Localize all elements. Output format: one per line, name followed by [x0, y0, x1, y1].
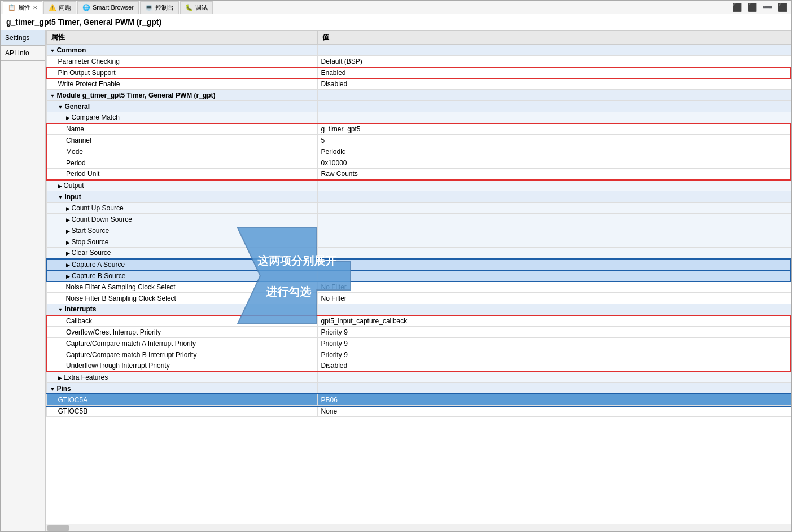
prop-label-capture-b-source: ▶Capture B Source — [46, 270, 317, 282]
sidebar-tab-settings[interactable]: Settings — [1, 30, 45, 46]
table-row-noise-filter-a[interactable]: Noise Filter A Sampling Clock SelectNo F… — [46, 282, 791, 293]
horizontal-scrollbar[interactable] — [46, 524, 791, 531]
prop-label-write-protect: Write Protect Enable — [46, 78, 317, 90]
prop-label-gtioc5b: GTIOC5B — [46, 406, 317, 417]
sidebar-tab-api-info[interactable]: API Info — [1, 46, 45, 61]
table-row-count-down-source[interactable]: ▶Count Down Source — [46, 214, 791, 225]
prop-value-input-section — [317, 191, 791, 203]
action-btn-1[interactable]: ⬛ — [730, 3, 743, 12]
prop-value-period-unit: Raw Counts — [317, 169, 791, 180]
table-row-common-section[interactable]: ▼Common — [46, 45, 791, 56]
prop-label-output-section: ▶Output — [46, 180, 317, 191]
table-row-pin-output-support[interactable]: Pin Output SupportEnabled — [46, 67, 791, 78]
prop-value-compare-match — [317, 112, 791, 124]
properties-table: 属性 值 ▼CommonParameter CheckingDefault (B… — [46, 30, 791, 417]
window-actions: ⬛ ⬛ ➖ ⬛ — [730, 3, 789, 12]
table-row-noise-filter-b[interactable]: Noise Filter B Sampling Clock SelectNo F… — [46, 293, 791, 304]
maximize-btn[interactable]: ⬛ — [776, 3, 789, 12]
tab-properties-label: 属性 — [18, 3, 30, 12]
prop-value-interrupts-section — [317, 304, 791, 315]
table-row-write-protect[interactable]: Write Protect EnableDisabled — [46, 78, 791, 90]
table-row-capture-b-interrupt[interactable]: Capture/Compare match B Interrupt Priori… — [46, 349, 791, 360]
prop-value-name: g_timer_gpt5 — [317, 124, 791, 135]
table-row-name[interactable]: Nameg_timer_gpt5 — [46, 124, 791, 135]
col-property-header: 属性 — [46, 31, 317, 45]
table-row-pins-section[interactable]: ▼Pins — [46, 383, 791, 394]
prop-value-stop-source — [317, 236, 791, 248]
table-row-param-checking[interactable]: Parameter CheckingDefault (BSP) — [46, 56, 791, 67]
prop-value-write-protect: Disabled — [317, 78, 791, 90]
page-title: g_timer_gpt5 Timer, General PWM (r_gpt) — [1, 14, 791, 30]
table-container[interactable]: 属性 值 ▼CommonParameter CheckingDefault (B… — [46, 30, 791, 524]
prop-value-clear-source — [317, 248, 791, 259]
table-row-gtioc5b[interactable]: GTIOC5BNone — [46, 406, 791, 417]
table-row-mode[interactable]: ModePeriodic — [46, 146, 791, 157]
tab-smart-browser-label: Smart Browser — [93, 4, 134, 11]
prop-value-underflow-interrupt: Disabled — [317, 360, 791, 372]
action-btn-2[interactable]: ⬛ — [746, 3, 759, 12]
table-row-channel[interactable]: Channel5 — [46, 135, 791, 146]
table-row-compare-match[interactable]: ▶Compare Match — [46, 112, 791, 124]
sidebar: Settings API Info — [1, 30, 46, 531]
prop-value-param-checking: Default (BSP) — [317, 56, 791, 67]
col-value-header: 值 — [317, 31, 791, 45]
minimize-btn[interactable]: ➖ — [761, 3, 774, 12]
table-row-clear-source[interactable]: ▶Clear Source — [46, 248, 791, 259]
scroll-thumb-h[interactable] — [47, 525, 69, 531]
prop-label-start-source: ▶Start Source — [46, 225, 317, 236]
prop-label-pins-section: ▼Pins — [46, 383, 317, 394]
table-row-extra-features[interactable]: ▶Extra Features — [46, 372, 791, 383]
table-row-callback[interactable]: Callbackgpt5_input_capture_callback — [46, 315, 791, 327]
table-row-count-up-source[interactable]: ▶Count Up Source — [46, 203, 791, 214]
table-row-period-unit[interactable]: Period UnitRaw Counts — [46, 169, 791, 180]
table-row-module-section[interactable]: ▼Module g_timer_gpt5 Timer, General PWM … — [46, 90, 791, 101]
prop-value-period: 0x10000 — [317, 157, 791, 169]
prop-label-extra-features: ▶Extra Features — [46, 372, 317, 383]
prop-label-module-section: ▼Module g_timer_gpt5 Timer, General PWM … — [46, 90, 317, 101]
issues-icon: ⚠️ — [49, 4, 56, 11]
prop-value-capture-b-interrupt: Priority 9 — [317, 349, 791, 360]
tab-issues[interactable]: ⚠️ 问题 — [43, 1, 76, 14]
tab-console-label: 控制台 — [155, 3, 174, 12]
prop-value-overflow-interrupt: Priority 9 — [317, 327, 791, 338]
smart-browser-icon: 🌐 — [82, 4, 90, 11]
content-area: 属性 值 ▼CommonParameter CheckingDefault (B… — [46, 30, 791, 531]
table-row-capture-a-interrupt[interactable]: Capture/Compare match A Interrupt Priori… — [46, 338, 791, 349]
prop-label-pin-output-support: Pin Output Support — [46, 67, 317, 78]
table-row-interrupts-section[interactable]: ▼Interrupts — [46, 304, 791, 315]
prop-label-param-checking: Parameter Checking — [46, 56, 317, 67]
table-row-period[interactable]: Period0x10000 — [46, 157, 791, 169]
tab-console[interactable]: 💻 控制台 — [140, 1, 179, 14]
tab-smart-browser[interactable]: 🌐 Smart Browser — [77, 1, 139, 14]
table-row-general-section[interactable]: ▼General — [46, 101, 791, 112]
table-row-capture-a-source[interactable]: ▶Capture A Source — [46, 259, 791, 270]
table-row-gtioc5a[interactable]: GTIOC5APB06 — [46, 394, 791, 406]
prop-label-channel: Channel — [46, 135, 317, 146]
prop-value-noise-filter-b: No Filter — [317, 293, 791, 304]
table-row-overflow-interrupt[interactable]: Overflow/Crest Interrupt PriorityPriorit… — [46, 327, 791, 338]
prop-label-overflow-interrupt: Overflow/Crest Interrupt Priority — [46, 327, 317, 338]
prop-value-channel: 5 — [317, 135, 791, 146]
tab-debug-label: 调试 — [195, 3, 208, 12]
table-row-start-source[interactable]: ▶Start Source — [46, 225, 791, 236]
prop-label-common-section: ▼Common — [46, 45, 317, 56]
prop-label-callback: Callback — [46, 315, 317, 327]
table-row-capture-b-source[interactable]: ▶Capture B Source — [46, 270, 791, 282]
table-row-stop-source[interactable]: ▶Stop Source — [46, 236, 791, 248]
tab-properties-close[interactable]: ✕ — [33, 5, 37, 11]
tab-properties[interactable]: 📋 属性 ✕ — [3, 1, 42, 14]
prop-value-callback: gpt5_input_capture_callback — [317, 315, 791, 327]
prop-label-mode: Mode — [46, 146, 317, 157]
tab-issues-label: 问题 — [59, 3, 71, 12]
debug-icon: 🐛 — [185, 4, 193, 11]
table-row-underflow-interrupt[interactable]: Underflow/Trough Interrupt PriorityDisab… — [46, 360, 791, 372]
tab-debug[interactable]: 🐛 调试 — [180, 1, 213, 14]
prop-label-interrupts-section: ▼Interrupts — [46, 304, 317, 315]
prop-value-gtioc5a: PB06 — [317, 394, 791, 406]
table-row-output-section[interactable]: ▶Output — [46, 180, 791, 191]
prop-value-extra-features — [317, 372, 791, 383]
table-row-input-section[interactable]: ▼Input — [46, 191, 791, 203]
prop-value-pins-section — [317, 383, 791, 394]
prop-value-mode: Periodic — [317, 146, 791, 157]
prop-label-period-unit: Period Unit — [46, 169, 317, 180]
